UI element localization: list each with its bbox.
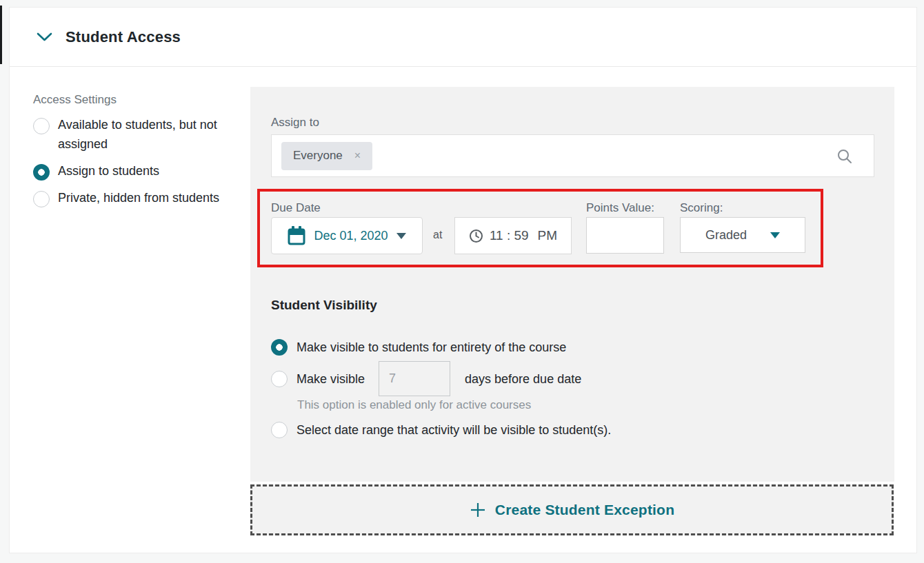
radio-label: Select date range that activity will be …	[297, 422, 611, 438]
active-courses-helper-text: This option is enabled only for active c…	[297, 398, 531, 412]
radio-button-selected[interactable]	[271, 339, 288, 356]
radio-button[interactable]	[33, 118, 50, 134]
student-visibility-heading: Student Visibility	[271, 298, 377, 313]
radio-select-date-range[interactable]: Select date range that activity will be …	[271, 422, 611, 438]
scoring-dropdown[interactable]: Graded	[680, 217, 805, 253]
meridiem-value: PM	[538, 228, 558, 243]
due-time-value: 11 : 59	[490, 228, 529, 243]
caret-down-icon	[396, 233, 406, 239]
at-label: at	[433, 229, 442, 241]
radio-label: Assign to students	[58, 162, 159, 181]
clock-icon	[469, 229, 483, 243]
radio-visible-days-before[interactable]: Make visible days before due date	[271, 361, 581, 396]
remove-tag-icon[interactable]: ×	[354, 150, 361, 162]
assignee-tag-everyone: Everyone ×	[281, 142, 372, 170]
radio-label: Available to students, but not assigned	[58, 116, 248, 154]
assignment-settings-panel: Assign to Everyone × Due Date	[250, 87, 894, 482]
radio-private-hidden[interactable]: Private, hidden from students	[33, 189, 248, 208]
days-before-input[interactable]	[379, 361, 450, 396]
create-student-exception-button[interactable]: Create Student Exception	[250, 484, 894, 535]
radio-label: Make visible to students for entirety of…	[297, 339, 566, 356]
student-access-settings-page: Student Access Access Settings Available…	[0, 0, 924, 563]
page-title: Student Access	[66, 28, 181, 46]
access-settings-label: Access Settings	[33, 93, 248, 107]
radio-visible-entire-course[interactable]: Make visible to students for entirety of…	[271, 339, 566, 356]
search-icon[interactable]	[836, 148, 853, 167]
radio-button[interactable]	[33, 191, 50, 207]
due-date-picker[interactable]: Dec 01, 2020	[271, 217, 423, 254]
due-date-value: Dec 01, 2020	[314, 229, 388, 243]
student-access-card: Student Access Access Settings Available…	[9, 7, 917, 553]
due-date-annotation-box: Due Date Dec 01, 2020 at	[257, 189, 823, 267]
plus-icon	[470, 502, 486, 518]
assign-to-label: Assign to	[271, 116, 319, 130]
radio-assign-to-students[interactable]: Assign to students	[33, 162, 248, 181]
radio-button-selected[interactable]	[33, 164, 50, 181]
radio-label-suffix: days before due date	[465, 371, 581, 387]
points-value-label: Points Value:	[586, 201, 654, 215]
radio-label: Private, hidden from students	[58, 189, 219, 208]
scoring-value: Graded	[705, 228, 747, 243]
tag-label: Everyone	[293, 149, 343, 163]
assign-to-input[interactable]: Everyone ×	[271, 134, 874, 177]
exception-button-label: Create Student Exception	[495, 502, 674, 518]
caret-down-icon	[770, 232, 780, 238]
due-date-label: Due Date	[271, 201, 321, 215]
points-value-input[interactable]	[586, 217, 664, 254]
radio-available-not-assigned[interactable]: Available to students, but not assigned	[33, 116, 248, 154]
due-time-picker[interactable]: 11 : 59 PM	[454, 217, 572, 254]
section-header[interactable]: Student Access	[10, 8, 916, 67]
radio-button[interactable]	[271, 422, 288, 438]
radio-button[interactable]	[271, 371, 288, 387]
scoring-label: Scoring:	[680, 201, 723, 215]
calendar-icon	[288, 226, 305, 245]
radio-label-prefix: Make visible	[297, 371, 365, 387]
access-settings-sidebar: Access Settings Available to students, b…	[33, 93, 248, 216]
screen-edge-artifact	[0, 6, 2, 64]
chevron-down-icon[interactable]	[37, 32, 52, 42]
